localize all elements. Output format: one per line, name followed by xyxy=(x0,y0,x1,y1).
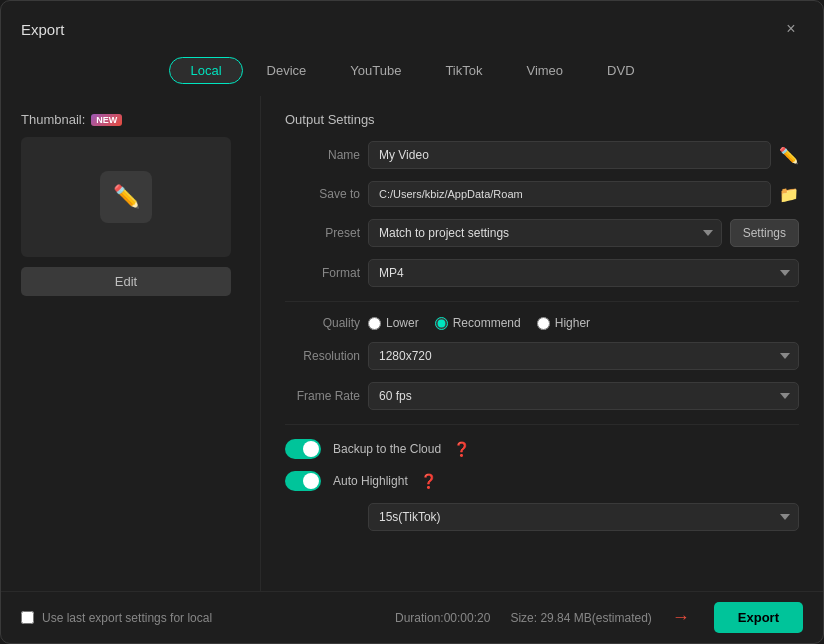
auto-highlight-label: Auto Highlight xyxy=(333,474,408,488)
quality-row: Quality Lower Recommend Higher xyxy=(285,316,799,330)
dialog-footer: Use last export settings for local Durat… xyxy=(1,591,823,643)
auto-highlight-help-icon[interactable]: ❓ xyxy=(420,473,437,489)
tab-vimeo[interactable]: Vimeo xyxy=(506,57,583,84)
arrow-indicator: → xyxy=(672,607,690,628)
tab-local[interactable]: Local xyxy=(169,57,242,84)
quality-options: Lower Recommend Higher xyxy=(368,316,590,330)
auto-highlight-slider xyxy=(285,471,321,491)
export-dialog: Export × Local Device YouTube TikTok Vim… xyxy=(0,0,824,644)
frame-rate-row: Frame Rate 60 fps xyxy=(285,382,799,410)
ai-icon[interactable]: ✏️ xyxy=(779,146,799,165)
close-button[interactable]: × xyxy=(779,17,803,41)
divider-2 xyxy=(285,424,799,425)
tab-youtube[interactable]: YouTube xyxy=(330,57,421,84)
tiktok-duration-row: 15s(TikTok) xyxy=(285,503,799,531)
export-button[interactable]: Export xyxy=(714,602,803,633)
quality-lower[interactable]: Lower xyxy=(368,316,419,330)
footer-info: Duration:00:00:20 Size: 29.84 MB(estimat… xyxy=(395,602,803,633)
name-row: Name ✏️ xyxy=(285,141,799,169)
frame-rate-select[interactable]: 60 fps xyxy=(368,382,799,410)
resolution-select[interactable]: 1280x720 xyxy=(368,342,799,370)
backup-cloud-help-icon[interactable]: ❓ xyxy=(453,441,470,457)
size-text: Size: 29.84 MB(estimated) xyxy=(510,611,651,625)
auto-highlight-toggle[interactable] xyxy=(285,471,321,491)
thumbnail-text: Thumbnail: xyxy=(21,112,85,127)
preset-row: Preset Match to project settings Setting… xyxy=(285,219,799,247)
new-badge: NEW xyxy=(91,114,122,126)
quality-higher[interactable]: Higher xyxy=(537,316,590,330)
backup-cloud-label: Backup to the Cloud xyxy=(333,442,441,456)
thumbnail-section-label: Thumbnail: NEW xyxy=(21,112,240,127)
last-export-row: Use last export settings for local xyxy=(21,611,212,625)
quality-lower-radio[interactable] xyxy=(368,317,381,330)
dialog-header: Export × xyxy=(1,1,823,49)
preset-select[interactable]: Match to project settings xyxy=(368,219,722,247)
size-label: Size: xyxy=(510,611,537,625)
right-panel: Output Settings Name ✏️ Save to C:/Users… xyxy=(261,96,823,591)
format-label: Format xyxy=(285,266,360,280)
tabs-bar: Local Device YouTube TikTok Vimeo DVD xyxy=(1,49,823,96)
quality-higher-radio[interactable] xyxy=(537,317,550,330)
left-panel: Thumbnail: NEW ✏️ Edit xyxy=(1,96,261,591)
tab-device[interactable]: Device xyxy=(247,57,327,84)
format-select[interactable]: MP4 xyxy=(368,259,799,287)
duration-text: Duration:00:00:20 xyxy=(395,611,490,625)
duration-value: 00:00:20 xyxy=(444,611,491,625)
quality-recommend-radio[interactable] xyxy=(435,317,448,330)
save-path: C:/Users/kbiz/AppData/Roam xyxy=(368,181,771,207)
backup-cloud-row: Backup to the Cloud ❓ xyxy=(285,439,799,459)
last-export-checkbox[interactable] xyxy=(21,611,34,624)
folder-icon[interactable]: 📁 xyxy=(779,185,799,204)
tab-tiktok[interactable]: TikTok xyxy=(425,57,502,84)
auto-highlight-row: Auto Highlight ❓ xyxy=(285,471,799,491)
resolution-row: Resolution 1280x720 xyxy=(285,342,799,370)
name-input[interactable] xyxy=(368,141,771,169)
quality-higher-label: Higher xyxy=(555,316,590,330)
save-to-label: Save to xyxy=(285,187,360,201)
size-value: 29.84 MB(estimated) xyxy=(540,611,651,625)
quality-recommend-label: Recommend xyxy=(453,316,521,330)
backup-cloud-toggle[interactable] xyxy=(285,439,321,459)
thumbnail-box: ✏️ xyxy=(21,137,231,257)
tab-dvd[interactable]: DVD xyxy=(587,57,654,84)
save-to-row: Save to C:/Users/kbiz/AppData/Roam 📁 xyxy=(285,181,799,207)
format-row: Format MP4 xyxy=(285,259,799,287)
divider-1 xyxy=(285,301,799,302)
quality-recommend[interactable]: Recommend xyxy=(435,316,521,330)
last-export-label: Use last export settings for local xyxy=(42,611,212,625)
preset-label: Preset xyxy=(285,226,360,240)
tiktok-duration-select[interactable]: 15s(TikTok) xyxy=(368,503,799,531)
dialog-title: Export xyxy=(21,21,64,38)
settings-button[interactable]: Settings xyxy=(730,219,799,247)
quality-lower-label: Lower xyxy=(386,316,419,330)
duration-label: Duration: xyxy=(395,611,444,625)
backup-cloud-slider xyxy=(285,439,321,459)
thumbnail-icon: ✏️ xyxy=(100,171,152,223)
edit-button[interactable]: Edit xyxy=(21,267,231,296)
quality-label: Quality xyxy=(285,316,360,330)
name-label: Name xyxy=(285,148,360,162)
dialog-body: Thumbnail: NEW ✏️ Edit Output Settings N… xyxy=(1,96,823,591)
resolution-label: Resolution xyxy=(285,349,360,363)
frame-rate-label: Frame Rate xyxy=(285,389,360,403)
output-settings-title: Output Settings xyxy=(285,112,799,127)
